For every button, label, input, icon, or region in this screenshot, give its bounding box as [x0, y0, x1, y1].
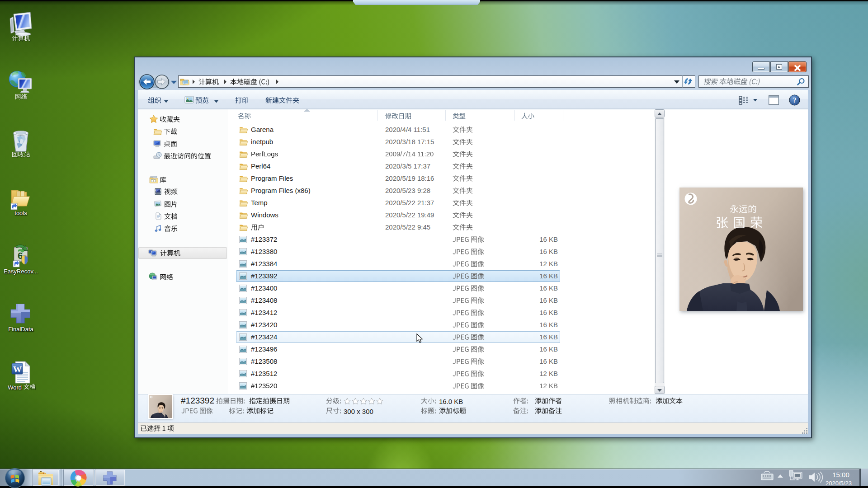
svg-text:?: ?: [793, 96, 797, 104]
svg-text:W: W: [13, 365, 22, 374]
